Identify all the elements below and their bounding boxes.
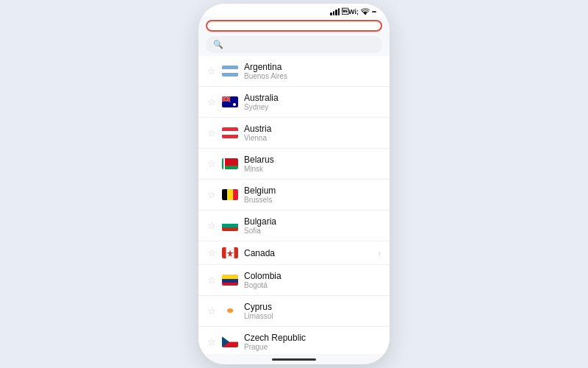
country-name: Australia — [244, 93, 381, 103]
svg-rect-16 — [222, 131, 238, 135]
svg-rect-2 — [222, 69, 238, 73]
svg-rect-15 — [222, 127, 238, 131]
flag-ca — [222, 247, 238, 258]
favorite-star[interactable]: ☆ — [207, 305, 216, 316]
flag-at — [222, 127, 238, 138]
svg-rect-29 — [222, 247, 226, 258]
flag-be — [222, 189, 238, 200]
flag-by — [222, 158, 238, 169]
svg-rect-33 — [222, 279, 238, 283]
favorite-star[interactable]: ☆ — [207, 220, 216, 231]
country-name: Colombia — [244, 271, 381, 281]
favorite-star[interactable]: ☆ — [207, 336, 216, 347]
battery-badge — [372, 11, 376, 13]
country-info: Colombia Bogotá — [244, 271, 381, 289]
country-info: Australia Sydney — [244, 93, 381, 111]
search-bar[interactable]: 🔍 — [206, 36, 382, 53]
home-indicator — [272, 358, 316, 361]
status-icons: Wi; — [330, 8, 376, 15]
city-name: Limassol — [244, 312, 381, 320]
favorite-star[interactable]: ☆ — [207, 127, 216, 138]
country-info: Czech Republic Prague — [244, 333, 381, 351]
svg-point-0 — [365, 14, 366, 15]
svg-rect-17 — [222, 135, 238, 138]
favorite-star[interactable]: ☆ — [207, 247, 216, 258]
country-name: Czech Republic — [244, 333, 381, 343]
list-item[interactable]: ☆ Czech Republic Prague — [198, 327, 390, 354]
svg-rect-30 — [234, 247, 239, 258]
city-name: Sydney — [244, 103, 381, 111]
flag-ar — [222, 66, 238, 77]
list-item[interactable]: ☆ Belgium Brussels — [198, 180, 390, 210]
svg-rect-27 — [222, 227, 238, 231]
country-name: Belgium — [244, 185, 381, 196]
svg-rect-32 — [222, 275, 238, 279]
favorite-star[interactable]: ☆ — [207, 96, 216, 107]
flag-co — [222, 275, 238, 286]
svg-rect-24 — [233, 189, 238, 200]
list-item[interactable]: ☆ Argentina Buenos Aires — [198, 56, 390, 87]
country-info: Belarus Minsk — [244, 155, 381, 173]
svg-rect-23 — [227, 189, 233, 200]
country-info: Bulgaria Sofia — [244, 216, 381, 235]
city-name: Prague — [244, 343, 381, 351]
search-icon: 🔍 — [213, 40, 223, 49]
svg-rect-21 — [222, 158, 223, 169]
country-info: Belgium Brussels — [244, 185, 381, 204]
svg-rect-22 — [222, 189, 227, 200]
svg-point-14 — [233, 103, 236, 106]
wifi-icon — [361, 8, 370, 15]
favorite-star[interactable]: ☆ — [207, 158, 216, 169]
chevron-right-icon: › — [378, 249, 381, 258]
list-item[interactable]: ☆ Austria Vienna — [198, 118, 390, 149]
country-name: Canada — [244, 248, 375, 258]
status-bar: Wi; — [198, 4, 390, 17]
city-name: Vienna — [244, 134, 381, 142]
flag-cy — [222, 305, 238, 316]
favorite-star[interactable]: ☆ — [207, 189, 216, 200]
country-info: Canada — [244, 248, 375, 258]
nav-header — [206, 20, 382, 32]
country-info: Austria Vienna — [244, 124, 381, 142]
list-item[interactable]: ☆ Colombia Bogotá — [198, 265, 390, 296]
list-item[interactable]: ☆ Australia Sydney — [198, 87, 390, 118]
svg-rect-1 — [222, 66, 238, 69]
svg-rect-26 — [222, 224, 238, 227]
country-name: Argentina — [244, 62, 381, 72]
list-item[interactable]: ☆ Cyprus Limassol — [198, 296, 390, 327]
phone-frame: Wi; 🔍 ☆ Argentina Buenos Aires ☆ — [198, 4, 390, 364]
country-name: Austria — [244, 124, 381, 134]
city-name: Sofia — [244, 227, 381, 235]
signal-icon — [330, 8, 340, 15]
flag-au — [222, 96, 238, 107]
flag-cz — [222, 336, 238, 347]
wifi-icon: Wi; — [342, 8, 359, 15]
city-name: Minsk — [244, 165, 381, 173]
list-item[interactable]: ☆ Canada › — [198, 241, 390, 265]
svg-rect-25 — [222, 220, 238, 224]
flag-bg — [222, 220, 238, 231]
country-name: Belarus — [244, 155, 381, 165]
country-info: Argentina Buenos Aires — [244, 62, 381, 80]
favorite-star[interactable]: ☆ — [207, 66, 216, 77]
bottom-bar — [198, 354, 390, 364]
favorite-star[interactable]: ☆ — [207, 275, 216, 286]
city-name: Bogotá — [244, 281, 381, 289]
country-info: Cyprus Limassol — [244, 302, 381, 320]
city-name: Buenos Aires — [244, 72, 381, 80]
country-name: Bulgaria — [244, 216, 381, 227]
svg-rect-3 — [222, 73, 238, 77]
list-item[interactable]: ☆ Belarus Minsk — [198, 149, 390, 180]
country-name: Cyprus — [244, 302, 381, 312]
locations-list: ☆ Argentina Buenos Aires ☆ Australia Syd… — [198, 56, 390, 354]
svg-rect-34 — [222, 283, 238, 286]
city-name: Brussels — [244, 196, 381, 204]
list-item[interactable]: ☆ Bulgaria Sofia — [198, 210, 390, 241]
svg-point-36 — [227, 308, 233, 313]
